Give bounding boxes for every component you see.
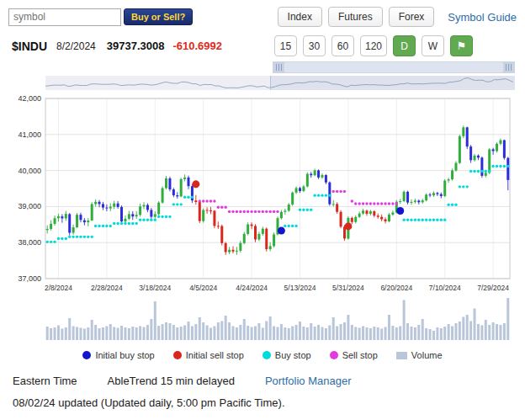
legend-label: Initial sell stop: [186, 350, 244, 360]
svg-text:42,000: 42,000: [18, 94, 41, 103]
svg-text:38,000: 38,000: [18, 238, 41, 247]
scrollbar-right-handle[interactable]: [503, 62, 514, 72]
timeframe-30-button[interactable]: 30: [303, 35, 326, 56]
navigator-selected-range[interactable]: [270, 76, 515, 90]
buy-or-sell-button[interactable]: Buy or Sell?: [124, 8, 193, 25]
update-notice: 08/02/24 updated (Updated daily, 5:00 pm…: [0, 387, 525, 409]
market-button-group: Index Futures Forex Symbol Guide: [278, 7, 517, 27]
svg-text:3/18/2024: 3/18/2024: [139, 284, 171, 292]
timeframe-daily-button[interactable]: D: [393, 35, 416, 56]
svg-text:6/20/2024: 6/20/2024: [380, 284, 412, 292]
legend-item: Buy stop: [262, 350, 311, 360]
quote-change: -610.6992: [172, 40, 222, 52]
sell-stop-dot-icon: [330, 351, 338, 359]
legend-label: Sell stop: [342, 350, 378, 360]
svg-text:37,000: 37,000: [18, 274, 41, 283]
svg-text:7/29/2024: 7/29/2024: [477, 284, 509, 292]
legend-item: Initial sell stop: [173, 350, 244, 360]
legend-label: Buy stop: [275, 350, 311, 360]
timezone-label: Eastern Time: [13, 375, 77, 387]
chart-range-scrollbar[interactable]: [273, 61, 515, 73]
footer-row: Eastern Time AbleTrend 15 min delayed Po…: [0, 360, 525, 387]
svg-text:4/24/2024: 4/24/2024: [236, 284, 268, 292]
svg-text:4/5/2024: 4/5/2024: [189, 284, 217, 292]
svg-text:5/31/2024: 5/31/2024: [332, 284, 364, 292]
buy-stop-dot-icon: [262, 351, 271, 359]
quote-last-price: 39737.3008: [107, 40, 165, 52]
portfolio-manager-link[interactable]: Portfolio Manager: [265, 375, 352, 387]
flag-icon-button[interactable]: ⚑: [450, 35, 473, 56]
initial-sell-stop-dot-icon: [173, 351, 182, 359]
legend-label: Initial buy stop: [95, 350, 154, 360]
quote-row: $INDU 8/2/2024 39737.3008 -610.6992 15 3…: [0, 27, 525, 56]
scrollbar-track[interactable]: [284, 62, 503, 72]
svg-text:40,000: 40,000: [18, 167, 41, 175]
svg-text:5/13/2024: 5/13/2024: [284, 284, 316, 292]
chart-navigator-strip[interactable]: [45, 76, 515, 90]
legend-item: Initial buy stop: [82, 350, 154, 360]
volume-bar-icon: [396, 352, 407, 359]
index-button[interactable]: Index: [278, 7, 322, 27]
timeframe-15-button[interactable]: 15: [274, 35, 297, 56]
chart-area: 2/8/20242/28/20243/18/20244/5/20244/24/2…: [0, 92, 525, 342]
svg-text:39,000: 39,000: [18, 202, 41, 210]
legend-item: Volume: [396, 350, 443, 360]
svg-text:7/10/2024: 7/10/2024: [429, 284, 461, 292]
timeframe-button-group: 15 30 60 120 D W ⚑: [274, 35, 473, 56]
timeframe-60-button[interactable]: 60: [331, 35, 354, 56]
delay-notice: AbleTrend 15 min delayed: [108, 375, 235, 387]
price-chart[interactable]: 2/8/20242/28/20243/18/20244/5/20244/24/2…: [7, 92, 515, 294]
scrollbar-left-handle[interactable]: [273, 62, 284, 72]
svg-text:41,000: 41,000: [18, 130, 41, 139]
svg-text:2/28/2024: 2/28/2024: [91, 284, 123, 292]
symbol-guide-link[interactable]: Symbol Guide: [448, 11, 517, 24]
futures-button[interactable]: Futures: [328, 7, 383, 27]
legend-item: Sell stop: [330, 350, 378, 360]
timeframe-weekly-button[interactable]: W: [422, 35, 444, 56]
initial-buy-stop-dot-icon: [82, 351, 91, 359]
quote-date: 8/2/2024: [56, 40, 96, 52]
quote-symbol: $INDU: [12, 40, 47, 53]
timeframe-120-button[interactable]: 120: [360, 35, 387, 56]
chart-legend: Initial buy stopInitial sell stopBuy sto…: [0, 342, 525, 360]
volume-chart: [7, 294, 515, 342]
svg-text:2/8/2024: 2/8/2024: [45, 284, 72, 292]
top-toolbar: Buy or Sell? Index Futures Forex Symbol …: [0, 0, 525, 27]
forex-button[interactable]: Forex: [389, 7, 435, 27]
legend-label: Volume: [411, 350, 443, 360]
symbol-input[interactable]: [8, 8, 121, 26]
